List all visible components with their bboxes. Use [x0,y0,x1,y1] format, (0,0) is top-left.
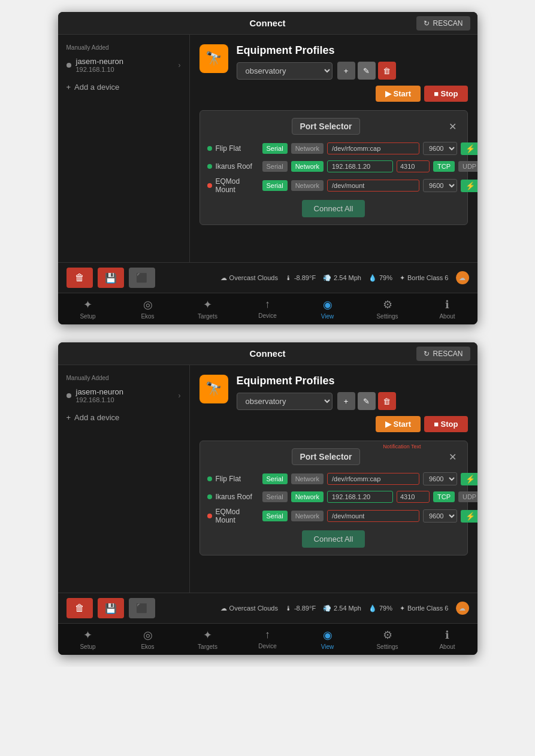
cloud-btn-bottom[interactable]: ☁ [456,602,469,615]
sidebar-device-bottom[interactable]: jasem-neuron 192.168.1.10 › [58,382,189,408]
rescan-button-bottom[interactable]: ↻ RESCAN [416,347,470,361]
device-icon-top: ↑ [265,298,270,310]
profile-select-bottom[interactable]: observatory [237,393,333,410]
ikarus-network-btn-top[interactable]: Network [291,161,324,172]
ikarus-name-bottom: Ikarus Roof [216,493,259,501]
notification-text-bottom: Notification Text [383,444,421,450]
save-button-bottom[interactable]: 💾 [98,598,124,618]
export-button-bottom[interactable]: ⬛ [129,598,155,618]
connect-all-button-bottom[interactable]: Connect All [302,530,365,548]
flip-flat-port-input-top[interactable] [327,142,419,154]
start-button-top[interactable]: ▶ Start [376,86,421,102]
nav-ekos-top[interactable]: ◎ Ekos [118,293,178,324]
close-port-selector-button-bottom[interactable]: ✕ [445,450,460,464]
flip-flat-serial-btn-bottom[interactable]: Serial [262,473,288,484]
close-port-selector-button-top[interactable]: ✕ [445,120,460,133]
nav-setup-bottom[interactable]: ✦ Setup [58,624,118,655]
humidity-label-bottom: 79% [379,605,392,612]
eqmod-network-btn-bottom[interactable]: Network [291,511,324,521]
wind-label-top: 2.54 Mph [334,274,361,281]
flip-flat-status-dot-bottom [207,476,212,481]
eqmod-port-input-top[interactable] [327,180,419,192]
export-button-top[interactable]: ⬛ [129,268,155,288]
ikarus-tcp-btn-bottom[interactable]: TCP [433,491,455,502]
device-name-bottom: jasem-neuron [76,387,179,396]
nav-view-bottom[interactable]: ◉ View [298,624,358,655]
eqmod-baud-bottom[interactable]: 9600 [423,509,457,523]
delete-button-bottom[interactable]: 🗑 [67,598,93,618]
add-device-bottom[interactable]: + Add a device [58,408,189,427]
ikarus-udp-btn-bottom[interactable]: UDP [458,491,477,502]
eqmod-connect-btn-bottom[interactable]: ⚡ [461,510,477,523]
main-content-bottom: Manually Added jasem-neuron 192.168.1.10… [58,365,477,593]
add-icon-top: + [67,83,71,92]
start-button-bottom[interactable]: ▶ Start [376,416,421,432]
rescan-label-top: RESCAN [433,19,463,28]
stop-button-top[interactable]: ■ Stop [424,86,467,102]
weather-humidity-bottom: 💧 79% [368,605,392,612]
ikarus-network-btn-bottom[interactable]: Network [291,491,324,502]
weather-condition-label-top: Overcast Clouds [229,274,278,281]
device-status-dot-bottom [67,393,71,398]
nav-settings-bottom[interactable]: ⚙ Settings [358,624,418,655]
ikarus-tcp-btn-top[interactable]: TCP [433,161,455,172]
flip-flat-connect-btn-bottom[interactable]: ⚡ [461,473,477,485]
edit-profile-button-bottom[interactable]: ✎ [358,392,376,410]
delete-profile-button-bottom[interactable]: 🗑 [378,392,396,410]
temp-icon-top: 🌡 [285,274,292,281]
delete-button-top[interactable]: 🗑 [67,268,93,288]
nav-ekos-bottom[interactable]: ◎ Ekos [118,624,178,655]
sidebar-device-top[interactable]: jasem-neuron 192.168.1.10 › [58,52,189,78]
equipment-title-area-top: Equipment Profiles observatory + ✎ 🗑 ▶ S… [237,44,468,102]
view-icon-top: ◉ [323,298,333,311]
flip-flat-serial-btn-top[interactable]: Serial [262,143,288,154]
weather-bortle-top: ✦ Bortle Class 6 [400,274,448,282]
eqmod-baud-top[interactable]: 9600 [423,179,457,192]
eqmod-network-btn-top[interactable]: Network [291,180,324,191]
flip-flat-network-btn-top[interactable]: Network [291,143,324,154]
eqmod-connect-btn-top[interactable]: ⚡ [461,180,477,192]
profile-buttons-bottom: + ✎ 🗑 [337,392,396,410]
ikarus-port-input-bottom[interactable] [397,491,430,503]
about-label-top: About [439,313,455,320]
flip-flat-baud-bottom[interactable]: 9600 [423,472,457,485]
eqmod-serial-btn-bottom[interactable]: Serial [262,511,288,521]
targets-label-top: Targets [198,313,217,320]
ikarus-ip-input-top[interactable] [327,160,393,172]
ikarus-port-input-top[interactable] [397,160,430,172]
eqmod-serial-btn-top[interactable]: Serial [262,180,288,191]
add-profile-button-top[interactable]: + [337,62,355,80]
main-content-top: Manually Added jasem-neuron 192.168.1.10… [58,35,477,262]
nav-setup-top[interactable]: ✦ Setup [58,293,118,324]
ikarus-serial-btn-bottom[interactable]: Serial [262,491,288,502]
nav-about-bottom[interactable]: ℹ About [418,624,477,655]
nav-device-top[interactable]: ↑ Device [238,293,298,324]
header-top: Connect ↻ RESCAN [58,12,477,35]
add-profile-button-bottom[interactable]: + [337,392,355,410]
flip-flat-network-btn-bottom[interactable]: Network [291,473,324,484]
nav-targets-top[interactable]: ✦ Targets [178,293,238,324]
nav-device-bottom[interactable]: ↑ Device [238,624,298,655]
delete-profile-button-top[interactable]: 🗑 [378,62,396,80]
edit-profile-button-top[interactable]: ✎ [358,62,376,80]
profile-select-top[interactable]: observatory [237,62,333,80]
connect-all-button-top[interactable]: Connect All [302,200,365,217]
setup-label-top: Setup [80,313,95,320]
eqmod-port-input-bottom[interactable] [327,510,419,522]
ikarus-udp-btn-top[interactable]: UDP [458,161,477,172]
ikarus-ip-input-bottom[interactable] [327,491,393,503]
nav-settings-top[interactable]: ⚙ Settings [358,293,418,324]
stop-button-bottom[interactable]: ■ Stop [424,416,467,432]
rescan-button-top[interactable]: ↻ RESCAN [416,16,470,31]
flip-flat-connect-btn-top[interactable]: ⚡ [461,142,477,155]
nav-about-top[interactable]: ℹ About [418,293,477,324]
nav-view-top[interactable]: ◉ View [298,293,358,324]
save-button-top[interactable]: 💾 [98,268,124,288]
ikarus-serial-btn-top[interactable]: Serial [262,161,288,172]
add-device-top[interactable]: + Add a device [58,78,189,96]
nav-targets-bottom[interactable]: ✦ Targets [178,624,238,655]
flip-flat-baud-top[interactable]: 9600 [423,142,457,155]
cloud-btn-top[interactable]: ☁ [456,271,469,284]
flip-flat-port-input-bottom[interactable] [327,473,419,485]
device-info-bottom: jasem-neuron 192.168.1.10 [76,387,179,403]
